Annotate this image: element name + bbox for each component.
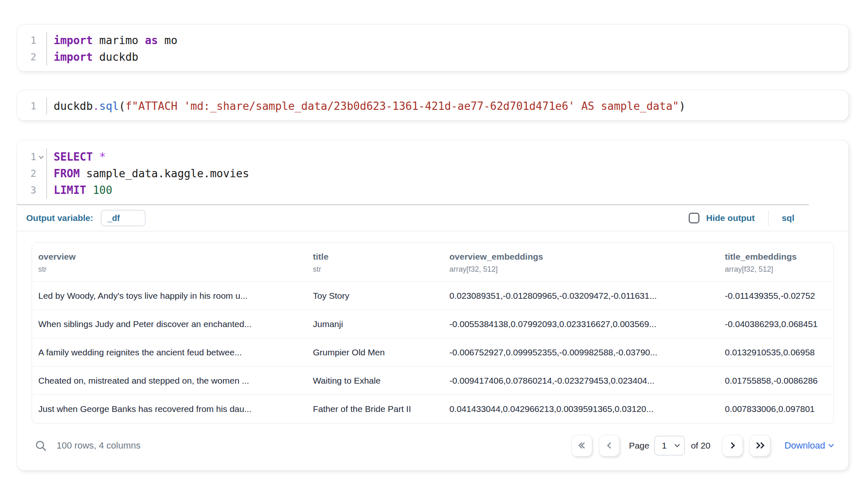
table-header-row: overviewstrtitlestroverview_embeddingsar… xyxy=(32,243,834,282)
column-name: overview_embeddings xyxy=(449,252,719,262)
code-line-text[interactable]: duckdb.sql(f"ATTACH 'md:_share/sample_da… xyxy=(47,98,685,114)
search-icon xyxy=(35,439,47,452)
chevron-down-icon xyxy=(675,442,680,447)
table-cell: 0.01755858,-0.0086286 xyxy=(719,367,834,395)
table-row: A family wedding reignites the ancient f… xyxy=(32,338,834,367)
download-button[interactable]: Download xyxy=(784,440,833,451)
code-line-text[interactable]: import marimo as mo xyxy=(47,32,177,49)
line-number: 2 xyxy=(17,52,36,62)
line-number: 1 xyxy=(17,151,36,162)
table-cell: Grumpier Old Men xyxy=(307,338,443,367)
page-label: Page xyxy=(629,441,649,451)
table-cell: A family wedding reignites the ancient f… xyxy=(32,338,307,367)
chevron-down-icon xyxy=(828,442,834,447)
cell-output-area: overviewstrtitlestroverview_embeddingsar… xyxy=(17,231,848,470)
table-cell: -0.0055384138,0.07992093,0.023316627,0.0… xyxy=(443,310,719,338)
table-cell: Father of the Bride Part II xyxy=(307,395,443,423)
row-count-status: 100 rows, 4 columns xyxy=(57,440,141,451)
code-line-text[interactable]: FROM sample_data.kaggle.movies xyxy=(47,165,249,182)
fold-chevron-icon[interactable] xyxy=(39,154,43,159)
table-row: When siblings Judy and Peter discover an… xyxy=(32,310,834,338)
code-line[interactable]: 1SELECT * xyxy=(17,149,848,165)
chevron-right-icon xyxy=(728,442,735,449)
code-cell-imports: 1import marimo as mo2import duckdb xyxy=(17,24,849,72)
column-header[interactable]: overviewstr xyxy=(32,243,307,282)
chevrons-left-icon xyxy=(578,443,586,448)
dataframe-table-container: overviewstrtitlestroverview_embeddingsar… xyxy=(32,242,834,424)
last-page-button[interactable] xyxy=(749,435,770,456)
page-number-value: 1 xyxy=(662,441,667,451)
line-number: 3 xyxy=(17,185,36,196)
column-name: overview xyxy=(38,252,307,262)
code-line[interactable]: 2import duckdb xyxy=(17,49,848,65)
line-number-gutter: 3 xyxy=(17,182,47,198)
code-cell-attach: 1duckdb.sql(f"ATTACH 'md:_share/sample_d… xyxy=(17,90,849,121)
code-cell-sql: 1SELECT *2FROM sample_data.kaggle.movies… xyxy=(17,140,849,471)
code-editor[interactable]: 1import marimo as mo2import duckdb xyxy=(17,25,848,71)
code-editor[interactable]: 1SELECT *2FROM sample_data.kaggle.movies… xyxy=(17,140,848,204)
search-button[interactable] xyxy=(32,437,49,454)
code-line[interactable]: 2FROM sample_data.kaggle.movies xyxy=(17,165,848,182)
chevron-left-icon xyxy=(607,442,614,449)
table-cell: -0.040386293,0.068451 xyxy=(719,310,834,338)
table-cell: -0.011439355,-0.02752 xyxy=(719,282,834,310)
chevrons-right-icon xyxy=(755,443,765,448)
line-number-gutter: 2 xyxy=(17,49,47,65)
table-cell: Cheated on, mistreated and stepped on, t… xyxy=(32,367,307,395)
code-line-text[interactable]: SELECT * xyxy=(47,149,106,165)
first-page-button[interactable] xyxy=(571,435,592,456)
column-type: array[f32, 512] xyxy=(725,265,834,274)
page-number-select[interactable]: 1 xyxy=(654,436,685,456)
table-cell: Led by Woody, Andy's toys live happily i… xyxy=(32,282,307,310)
table-cell: When siblings Judy and Peter discover an… xyxy=(32,310,307,338)
table-footer: 100 rows, 4 columns Page 1 of 20 xyxy=(32,434,834,457)
table-cell: 0.023089351,-0.012809965,-0.03209472,-0.… xyxy=(443,282,719,310)
next-page-button[interactable] xyxy=(722,435,743,456)
column-header[interactable]: titlestr xyxy=(307,243,443,282)
line-number-gutter: 1 xyxy=(17,32,47,49)
output-variable-label: Output variable: xyxy=(26,213,93,223)
notebook-page: 1import marimo as mo2import duckdb 1duck… xyxy=(0,0,868,496)
code-line[interactable]: 1duckdb.sql(f"ATTACH 'md:_share/sample_d… xyxy=(17,98,848,114)
table-cell: Jumanji xyxy=(307,310,443,338)
column-header[interactable]: title_embeddingsarray[f32, 512] xyxy=(719,243,834,282)
line-number: 1 xyxy=(17,101,36,112)
code-line[interactable]: 3LIMIT 100 xyxy=(17,182,848,198)
table-row: Cheated on, mistreated and stepped on, t… xyxy=(32,367,834,395)
column-type: str xyxy=(38,265,307,274)
table-cell: Toy Story xyxy=(307,282,443,310)
line-number: 1 xyxy=(17,35,36,46)
column-header[interactable]: overview_embeddingsarray[f32, 512] xyxy=(443,243,719,282)
table-cell: -0.006752927,0.099952355,-0.009982588,-0… xyxy=(443,338,719,367)
page-count-label: of 20 xyxy=(691,441,710,451)
code-line[interactable]: 1import marimo as mo xyxy=(17,32,848,49)
table-cell: Just when George Banks has recovered fro… xyxy=(32,395,307,423)
download-label: Download xyxy=(784,440,825,451)
table-cell: -0.009417406,0.07860214,-0.023279453,0.0… xyxy=(443,367,719,395)
table-cell: 0.0132910535,0.06958 xyxy=(719,338,834,367)
line-number-gutter: 1 xyxy=(17,98,47,114)
code-editor[interactable]: 1duckdb.sql(f"ATTACH 'md:_share/sample_d… xyxy=(17,90,848,120)
output-variable-bar: Output variable: Hide output sql xyxy=(17,205,848,231)
cell-language-button[interactable]: sql xyxy=(782,213,794,223)
column-name: title xyxy=(313,252,443,262)
vertical-divider xyxy=(768,210,769,226)
table-row: Led by Woody, Andy's toys live happily i… xyxy=(32,282,834,310)
line-number-gutter: 2 xyxy=(17,165,47,182)
prev-page-button[interactable] xyxy=(599,435,620,456)
dataframe-table: overviewstrtitlestroverview_embeddingsar… xyxy=(32,243,834,423)
line-number: 2 xyxy=(17,168,36,179)
column-name: title_embeddings xyxy=(725,252,834,262)
table-cell: Waiting to Exhale xyxy=(307,367,443,395)
hide-output-checkbox[interactable] xyxy=(689,213,699,223)
table-cell: 0.041433044,0.042966213,0.0039591365,0.0… xyxy=(443,395,719,423)
line-number-gutter: 1 xyxy=(17,149,47,165)
output-variable-input[interactable] xyxy=(101,210,146,226)
column-type: str xyxy=(313,265,443,274)
code-line-text[interactable]: LIMIT 100 xyxy=(47,182,112,198)
code-line-text[interactable]: import duckdb xyxy=(47,49,139,65)
column-type: array[f32, 512] xyxy=(449,265,719,274)
table-cell: 0.007833006,0.097801 xyxy=(719,395,834,423)
table-row: Just when George Banks has recovered fro… xyxy=(32,395,834,423)
hide-output-label[interactable]: Hide output xyxy=(706,213,755,223)
